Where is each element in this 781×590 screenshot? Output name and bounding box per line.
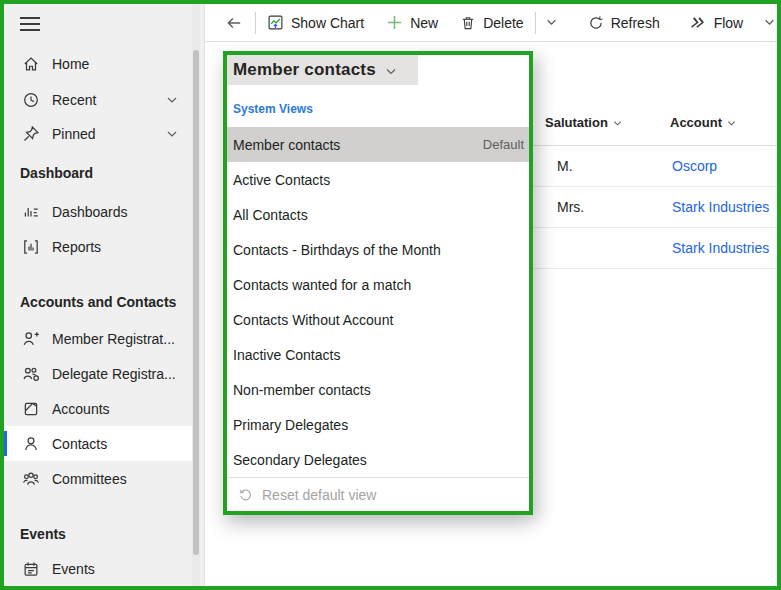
refresh-icon bbox=[588, 15, 604, 31]
clock-icon bbox=[22, 91, 40, 109]
sidebar-item-member-registrations[interactable]: Member Registrat... bbox=[4, 321, 194, 356]
chevron-down-icon[interactable] bbox=[166, 128, 178, 140]
column-chevron-icon bbox=[613, 119, 622, 128]
sidebar-item-label: Accounts bbox=[52, 401, 110, 417]
sidebar-item-label: Home bbox=[52, 56, 89, 72]
sidebar-item-home[interactable]: Home bbox=[4, 46, 194, 81]
column-chevron-icon bbox=[727, 119, 736, 128]
person-add-icon bbox=[22, 330, 40, 348]
current-view-title: Member contacts bbox=[233, 60, 376, 80]
sidebar-item-contacts[interactable]: Contacts bbox=[4, 426, 194, 461]
view-option-active-contacts[interactable]: Active Contacts bbox=[227, 162, 529, 197]
grid-header-row: Salutation Account bbox=[530, 100, 777, 146]
view-option-secondary-delegates[interactable]: Secondary Delegates bbox=[227, 442, 529, 477]
back-button[interactable] bbox=[213, 8, 255, 38]
back-arrow-icon bbox=[225, 14, 243, 32]
dashboard-icon bbox=[22, 203, 40, 221]
calendar-icon bbox=[22, 560, 40, 578]
sidebar-item-events[interactable]: Events bbox=[4, 551, 194, 586]
view-option-primary-delegates[interactable]: Primary Delegates bbox=[227, 407, 529, 442]
sidebar-item-recent[interactable]: Recent bbox=[4, 82, 194, 117]
view-list: System Views Member contacts Default Act… bbox=[227, 85, 529, 511]
plus-icon bbox=[386, 14, 403, 31]
default-badge: Default bbox=[483, 137, 524, 152]
sidebar-section-accounts-contacts: Accounts and Contacts bbox=[20, 292, 176, 312]
delete-label: Delete bbox=[483, 15, 523, 31]
column-header-salutation[interactable]: Salutation bbox=[530, 115, 670, 130]
table-row[interactable]: M. Oscorp bbox=[530, 146, 777, 187]
view-chevron-icon bbox=[385, 66, 397, 78]
sidebar-item-label: Pinned bbox=[52, 126, 96, 142]
account-link[interactable]: Stark Industries bbox=[672, 199, 769, 215]
show-chart-button[interactable]: Show Chart bbox=[256, 8, 375, 38]
sidebar-section-events: Events bbox=[20, 524, 66, 544]
sidebar-item-label: Committees bbox=[52, 471, 127, 487]
view-selector-button[interactable]: Member contacts bbox=[227, 55, 418, 85]
refresh-button[interactable]: Refresh bbox=[577, 8, 671, 38]
reset-default-view[interactable]: Reset default view bbox=[227, 477, 529, 511]
column-header-account[interactable]: Account bbox=[670, 115, 736, 130]
delete-button[interactable]: Delete bbox=[449, 8, 534, 38]
sidebar-item-reports[interactable]: Reports bbox=[4, 229, 194, 264]
view-option-wanted-match[interactable]: Contacts wanted for a match bbox=[227, 267, 529, 302]
view-option-birthdays[interactable]: Contacts - Birthdays of the Month bbox=[227, 232, 529, 267]
chevron-down-icon[interactable] bbox=[166, 94, 178, 106]
view-group-label: System Views bbox=[227, 85, 529, 127]
pin-icon bbox=[22, 125, 40, 143]
accounts-icon bbox=[22, 400, 40, 418]
app-window: Home Recent Pinned Dashboard bbox=[0, 0, 781, 590]
sidebar-item-committees[interactable]: Committees bbox=[4, 461, 194, 496]
account-link[interactable]: Oscorp bbox=[672, 158, 717, 174]
sidebar-scrollbar-thumb[interactable] bbox=[193, 50, 199, 555]
flow-label: Flow bbox=[714, 15, 744, 31]
hamburger-menu-icon[interactable] bbox=[20, 17, 40, 33]
sidebar-item-label: Recent bbox=[52, 92, 96, 108]
sidebar-item-label: Events bbox=[52, 561, 95, 577]
contacts-grid: Salutation Account M. Oscorp Mrs. bbox=[530, 43, 777, 586]
new-button[interactable]: New bbox=[375, 8, 449, 38]
salutation-cell: M. bbox=[530, 158, 670, 174]
sidebar: Home Recent Pinned Dashboard bbox=[4, 4, 205, 586]
view-selector-flyout: Member contacts System Views Member cont… bbox=[223, 51, 533, 515]
view-option-without-account[interactable]: Contacts Without Account bbox=[227, 302, 529, 337]
view-option-inactive-contacts[interactable]: Inactive Contacts bbox=[227, 337, 529, 372]
flow-chevron-icon[interactable] bbox=[754, 16, 777, 29]
show-chart-label: Show Chart bbox=[291, 15, 364, 31]
sidebar-item-label: Dashboards bbox=[52, 204, 128, 220]
reset-default-view-label: Reset default view bbox=[262, 487, 376, 503]
show-chart-icon bbox=[267, 14, 284, 31]
sidebar-item-pinned[interactable]: Pinned bbox=[4, 116, 194, 151]
account-link[interactable]: Stark Industries bbox=[672, 240, 769, 256]
people-settings-icon bbox=[22, 365, 40, 383]
report-icon bbox=[22, 238, 40, 256]
sidebar-item-dashboards[interactable]: Dashboards bbox=[4, 194, 194, 229]
sidebar-item-label: Delegate Registra... bbox=[52, 366, 176, 382]
flow-icon bbox=[690, 14, 707, 31]
table-row[interactable]: Mrs. Stark Industries bbox=[530, 187, 777, 228]
sidebar-item-label: Member Registrat... bbox=[52, 331, 175, 347]
view-option-member-contacts[interactable]: Member contacts Default bbox=[227, 127, 529, 162]
undo-icon bbox=[238, 487, 253, 502]
view-option-all-contacts[interactable]: All Contacts bbox=[227, 197, 529, 232]
sidebar-item-accounts[interactable]: Accounts bbox=[4, 391, 194, 426]
sidebar-item-label: Contacts bbox=[52, 436, 107, 452]
salutation-cell: Mrs. bbox=[530, 199, 670, 215]
table-row[interactable]: Stark Industries bbox=[530, 228, 777, 269]
flow-button[interactable]: Flow bbox=[679, 8, 755, 38]
home-icon bbox=[22, 55, 40, 73]
sidebar-item-label: Reports bbox=[52, 239, 101, 255]
new-label: New bbox=[410, 15, 438, 31]
people-icon bbox=[22, 470, 40, 488]
sidebar-section-dashboard: Dashboard bbox=[20, 163, 93, 183]
person-icon bbox=[22, 435, 40, 453]
command-bar: Show Chart New Delete Refresh bbox=[205, 4, 777, 42]
trash-icon bbox=[460, 15, 476, 31]
view-option-non-member[interactable]: Non-member contacts bbox=[227, 372, 529, 407]
overflow-chevron-icon[interactable] bbox=[536, 16, 567, 29]
refresh-label: Refresh bbox=[611, 15, 660, 31]
sidebar-item-delegate-registrations[interactable]: Delegate Registra... bbox=[4, 356, 194, 391]
